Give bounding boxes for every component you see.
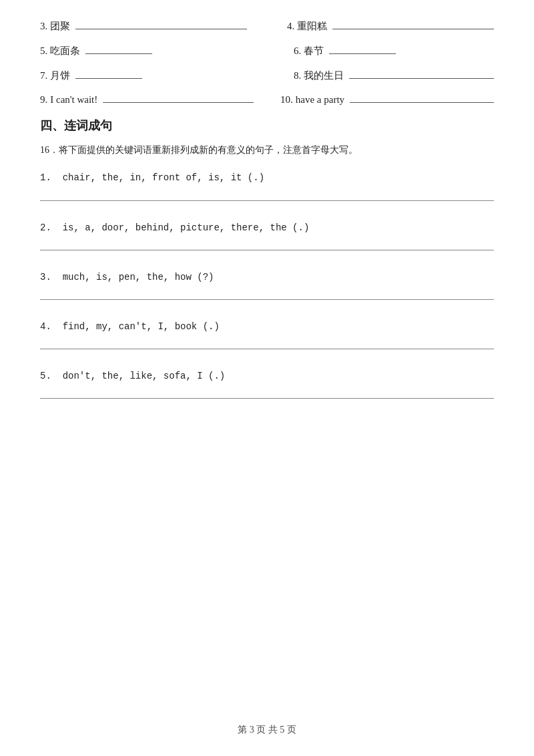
answer-line-1 — [40, 200, 494, 201]
vocab-section: 3. 团聚 4. 重阳糕 5. 吃面条 6. 春节 — [40, 20, 494, 106]
section-header: 四、连词成句 — [40, 118, 494, 134]
page-footer: 第 3 页 共 5 页 — [0, 724, 534, 736]
sentence-item-1: 1. chair, the, in, front of, is, it (.) — [40, 170, 494, 200]
vocab-line-9 — [103, 102, 254, 103]
vocab-text-7: 月饼 — [50, 69, 70, 82]
sentence-words-2: 2. is, a, door, behind, picture, there, … — [40, 220, 494, 236]
vocab-label-6: 6. — [294, 45, 301, 57]
vocab-line-10 — [350, 102, 494, 103]
vocab-row-2: 5. 吃面条 6. 春节 — [40, 45, 494, 57]
vocab-row-4: 9. I can't wait! 10. have a party — [40, 94, 494, 106]
sentence-item-2: 2. is, a, door, behind, picture, there, … — [40, 220, 494, 250]
sentence-num-4: 4. — [40, 321, 51, 332]
instruction-text: ．将下面提供的关键词语重新排列成新的有意义的句子，注意首字母大写。 — [49, 145, 358, 155]
answer-line-5 — [40, 398, 494, 399]
footer-text: 第 3 页 共 5 页 — [238, 725, 296, 735]
section-title: 连词成句 — [64, 119, 112, 132]
vocab-text-6: 春节 — [304, 45, 324, 57]
vocab-line-6 — [329, 53, 396, 54]
vocab-label-8: 8. — [294, 70, 301, 81]
sentence-section: 1. chair, the, in, front of, is, it (.) … — [40, 170, 494, 399]
vocab-item-4: 4. 重阳糕 — [287, 20, 494, 33]
sentence-num-1: 1. — [40, 172, 51, 183]
sentence-words-5: 5. don't, the, like, sofa, I (.) — [40, 368, 494, 385]
vocab-text-10: have a party — [296, 94, 344, 106]
answer-line-2 — [40, 250, 494, 250]
vocab-item-10: 10. have a party — [280, 94, 494, 106]
sentence-content-4: find, my, can't, I, book (.) — [63, 321, 220, 332]
sentence-num-5: 5. — [40, 371, 51, 381]
vocab-item-8: 8. 我的生日 — [294, 69, 494, 82]
vocab-line-4 — [332, 29, 494, 29]
vocab-line-5 — [85, 53, 152, 54]
sentence-item-4: 4. find, my, can't, I, book (.) — [40, 319, 494, 349]
vocab-text-3: 团聚 — [50, 20, 70, 33]
sentence-words-1: 1. chair, the, in, front of, is, it (.) — [40, 170, 494, 186]
vocab-item-6: 6. 春节 — [294, 45, 494, 57]
vocab-label-5: 5. — [40, 45, 47, 57]
sentence-content-2: is, a, door, behind, picture, there, the… — [63, 222, 310, 233]
sentence-words-4: 4. find, my, can't, I, book (.) — [40, 319, 494, 335]
vocab-line-8 — [349, 78, 494, 79]
answer-line-4 — [40, 349, 494, 349]
sentence-content-3: much, is, pen, the, how (?) — [63, 272, 214, 282]
vocab-line-7 — [75, 78, 142, 79]
section-number: 四、 — [40, 119, 64, 132]
sentence-content-5: don't, the, like, sofa, I (.) — [63, 371, 226, 381]
sentence-num-3: 3. — [40, 272, 51, 282]
vocab-text-5: 吃面条 — [50, 45, 80, 57]
vocab-label-4: 4. — [287, 21, 294, 32]
vocab-text-4: 重阳糕 — [297, 20, 327, 33]
instruction: 16．将下面提供的关键词语重新排列成新的有意义的句子，注意首字母大写。 — [40, 143, 494, 158]
sentence-item-5: 5. don't, the, like, sofa, I (.) — [40, 368, 494, 399]
vocab-text-9: I can't wait! — [50, 94, 97, 106]
instruction-number: 16 — [40, 145, 49, 155]
vocab-label-3: 3. — [40, 21, 47, 32]
vocab-item-9: 9. I can't wait! — [40, 94, 254, 106]
sentence-words-3: 3. much, is, pen, the, how (?) — [40, 269, 494, 286]
answer-line-3 — [40, 299, 494, 300]
vocab-row-3: 7. 月饼 8. 我的生日 — [40, 69, 494, 82]
vocab-label-10: 10. — [280, 94, 293, 106]
vocab-item-3: 3. 团聚 — [40, 20, 247, 33]
vocab-row-1: 3. 团聚 4. 重阳糕 — [40, 20, 494, 33]
vocab-label-7: 7. — [40, 70, 47, 81]
vocab-label-9: 9. — [40, 94, 47, 106]
vocab-text-8: 我的生日 — [304, 69, 344, 82]
vocab-item-5: 5. 吃面条 — [40, 45, 240, 57]
vocab-line-3 — [75, 29, 247, 29]
sentence-content-1: chair, the, in, front of, is, it (.) — [63, 172, 264, 183]
sentence-item-3: 3. much, is, pen, the, how (?) — [40, 269, 494, 300]
sentence-num-2: 2. — [40, 222, 51, 233]
vocab-item-7: 7. 月饼 — [40, 69, 240, 82]
